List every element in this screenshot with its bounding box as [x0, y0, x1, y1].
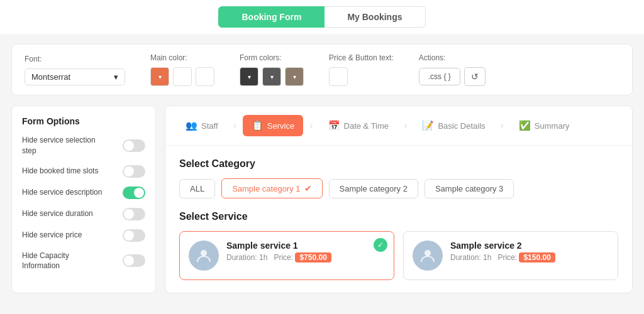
font-group: Font: Montserrat ▾ [25, 55, 125, 85]
step-divider-3: › [404, 120, 407, 131]
option-hide-service-duration-toggle[interactable] [123, 208, 145, 220]
sidebar: Form Options Hide service selection step… [11, 106, 156, 293]
service-2-info: Sample service 2 Duration: 1h Price: $15… [450, 241, 609, 262]
category-1-label: Sample category 1 [232, 184, 300, 193]
chevron-down-icon: ▾ [114, 72, 118, 82]
category-2-button[interactable]: Sample category 2 [329, 179, 418, 198]
price-button-swatches [329, 67, 394, 86]
option-hide-service-duration: Hide service duration [22, 208, 145, 220]
form-colors-group: Form colors: ▾ ▾ ▾ [240, 53, 304, 86]
refresh-button[interactable]: ↺ [464, 67, 486, 86]
font-value: Montserrat [31, 72, 70, 82]
tab-summary[interactable]: ✅ Summary [510, 115, 579, 136]
panel-body: Select Category ALL Sample category 1 ✔ … [165, 146, 632, 293]
calendar-icon: 📅 [328, 120, 340, 131]
option-hide-service-price: Hide service price [22, 229, 145, 242]
service-1-meta: Duration: 1h Price: $750.00 [226, 253, 385, 262]
tab-summary-label: Summary [535, 121, 570, 131]
category-all-button[interactable]: ALL [179, 179, 215, 198]
price-button-text-label: Price & Button text: [329, 53, 394, 62]
step-divider-1: › [233, 120, 236, 131]
main-color-swatch-2[interactable] [173, 67, 192, 86]
actions-label: Actions: [419, 53, 486, 62]
tab-staff[interactable]: 👥 Staff [177, 115, 227, 136]
service-1-price: $750.00 [295, 252, 331, 263]
settings-bar: Font: Montserrat ▾ Main color: ▾ Form co… [11, 44, 633, 95]
step-divider-2: › [309, 120, 313, 131]
option-hide-service-duration-label: Hide service duration [22, 208, 93, 219]
step-divider-4: › [501, 120, 504, 131]
main-color-swatches: ▾ [150, 67, 214, 86]
tab-date-time[interactable]: 📅 Date & Time [319, 115, 398, 136]
price-button-text-group: Price & Button text: [329, 53, 394, 86]
option-hide-service-selection-label: Hide service selection step [22, 135, 104, 156]
css-button[interactable]: .css { } [419, 68, 460, 85]
tab-basic-details-label: Basic Details [438, 121, 485, 131]
service-cards: Sample service 1 Duration: 1h Price: $75… [179, 231, 618, 280]
right-panel: 👥 Staff › 📋 Service › 📅 Date & Time › 📝 … [165, 106, 633, 293]
service-1-duration-label: Duration: 1h [226, 253, 267, 262]
font-label: Font: [25, 55, 125, 63]
staff-icon: 👥 [186, 120, 197, 131]
price-button-swatch-1[interactable] [329, 67, 348, 86]
service-2-avatar [413, 241, 443, 271]
category-section-title: Select Category [179, 158, 618, 170]
category-1-check-icon: ✔ [304, 183, 312, 193]
service-card-2[interactable]: Sample service 2 Duration: 1h Price: $15… [403, 231, 618, 280]
service-section-title: Select Service [179, 211, 618, 222]
form-color-swatch-1[interactable]: ▾ [240, 67, 258, 86]
option-hide-service-description-label: Hide service description [22, 187, 102, 198]
category-row: ALL Sample category 1 ✔ Sample category … [179, 178, 618, 198]
form-icon: 📝 [422, 120, 434, 131]
check-icon: ✅ [519, 120, 531, 131]
option-hide-service-selection: Hide service selection step [22, 135, 145, 156]
actions-group: Actions: .css { } ↺ [419, 53, 486, 86]
tab-staff-label: Staff [201, 121, 218, 131]
option-hide-service-price-toggle[interactable] [123, 229, 145, 242]
service-icon: 📋 [252, 120, 264, 131]
option-hide-service-price-label: Hide service price [22, 230, 82, 241]
tab-service-label: Service [267, 121, 294, 131]
font-select[interactable]: Montserrat ▾ [25, 68, 125, 85]
service-1-avatar [189, 241, 219, 271]
service-2-meta: Duration: 1h Price: $150.00 [450, 253, 609, 262]
service-2-duration-label: Duration: 1h [450, 253, 491, 262]
service-2-price: $150.00 [519, 252, 555, 263]
service-1-name: Sample service 1 [226, 241, 385, 251]
main-color-swatch-1[interactable]: ▾ [150, 67, 169, 86]
option-hide-service-description-toggle[interactable] [123, 187, 145, 199]
service-1-info: Sample service 1 Duration: 1h Price: $75… [226, 241, 385, 262]
option-hide-service-selection-toggle[interactable] [123, 139, 145, 152]
form-colors-label: Form colors: [240, 53, 304, 62]
form-color-swatch-3[interactable]: ▾ [285, 67, 304, 86]
service-2-name: Sample service 2 [450, 241, 609, 251]
tab-service[interactable]: 📋 Service [243, 115, 303, 136]
option-hide-booked-time-slots-label: Hide booked time slots [22, 166, 98, 176]
tab-date-time-label: Date & Time [344, 121, 389, 131]
step-tabs: 👥 Staff › 📋 Service › 📅 Date & Time › 📝 … [165, 106, 632, 146]
tab-basic-details[interactable]: 📝 Basic Details [413, 115, 494, 136]
tab-booking-form[interactable]: Booking Form [218, 6, 325, 28]
service-1-check-icon: ✓ [374, 238, 387, 252]
service-card-1[interactable]: Sample service 1 Duration: 1h Price: $75… [179, 231, 394, 280]
top-nav: Booking Form My Bookings [0, 0, 644, 34]
tab-my-bookings[interactable]: My Bookings [325, 6, 425, 28]
svg-point-0 [201, 250, 207, 256]
category-1-button[interactable]: Sample category 1 ✔ [221, 178, 322, 198]
option-hide-capacity-information-label: Hide Capacity Information [22, 251, 104, 272]
sidebar-title: Form Options [22, 116, 145, 126]
category-3-button[interactable]: Sample category 3 [425, 179, 514, 198]
main-color-swatch-3[interactable] [196, 67, 214, 86]
option-hide-capacity-information: Hide Capacity Information [22, 251, 145, 272]
option-hide-booked-time-slots: Hide booked time slots [22, 165, 145, 178]
form-color-swatches: ▾ ▾ ▾ [240, 67, 304, 86]
actions-buttons: .css { } ↺ [419, 67, 486, 86]
form-color-swatch-2[interactable]: ▾ [262, 67, 281, 86]
main-content: Form Options Hide service selection step… [11, 106, 633, 293]
main-color-label: Main color: [150, 53, 214, 62]
svg-point-1 [425, 250, 431, 256]
option-hide-service-description: Hide service description [22, 187, 145, 199]
option-hide-booked-time-slots-toggle[interactable] [123, 165, 145, 178]
service-2-price-label: Price: [497, 253, 517, 262]
option-hide-capacity-information-toggle[interactable] [123, 254, 145, 267]
